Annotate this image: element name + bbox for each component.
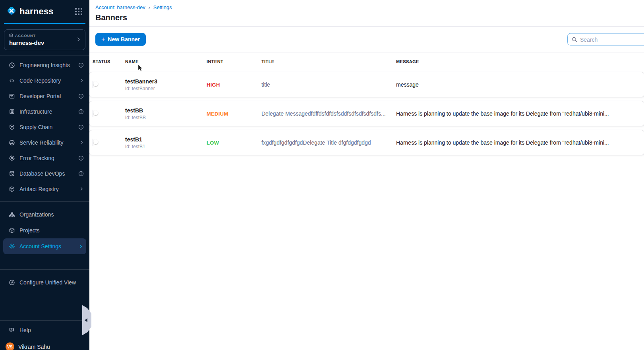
plus-icon: + (101, 36, 105, 43)
toolbar: + New Banner (89, 27, 644, 52)
banner-message: message (396, 81, 644, 88)
sidebar-item-label: Developer Portal (19, 93, 61, 99)
code-icon (9, 77, 15, 84)
banner-id: Id: testBanner (125, 86, 207, 91)
info-icon[interactable] (78, 109, 84, 114)
sidebar-item-label: Account Settings (19, 243, 61, 249)
banner-title: title (261, 81, 396, 88)
chevron-right-icon (79, 140, 84, 145)
banner-message: Harness is planning to update the base i… (396, 110, 644, 117)
sidebar-divider (0, 320, 89, 321)
banner-id: Id: testB1 (125, 144, 207, 149)
info-icon[interactable] (78, 155, 84, 161)
gear-icon (9, 243, 15, 249)
sidebar-item-code-repository[interactable]: Code Repository (0, 73, 89, 88)
column-message: MESSAGE (396, 59, 644, 64)
chevron-right-icon (79, 244, 83, 249)
sidebar-item-label: Configure Unified View (19, 279, 76, 286)
column-status: STATUS (93, 59, 125, 64)
app-grid-icon[interactable] (75, 8, 82, 15)
banner-id: Id: testBB (125, 115, 207, 120)
database-icon (9, 170, 15, 177)
banner-message: Harness is planning to update the base i… (396, 139, 644, 146)
banner-title: fxgdfgdfgdfgdfgdDelegate Title dfgfdgdfg… (261, 139, 396, 146)
sidebar-divider (0, 201, 89, 202)
banner-title: Delegate Messagedfdffdsfdfdsfsddfsdfsdfs… (261, 110, 396, 117)
sidebar-divider (0, 269, 89, 270)
column-title: TITLE (261, 59, 396, 64)
user-profile[interactable]: VS Vikram Sahu (0, 338, 89, 350)
search-input[interactable] (580, 36, 644, 43)
sidebar-item-label: Database DevOps (19, 170, 65, 177)
banner-name: testBB (125, 107, 207, 114)
sidebar-item-account-settings[interactable]: Account Settings (3, 238, 86, 254)
sidebar-item-error-tracking[interactable]: Error Tracking (0, 150, 89, 166)
cube-icon (9, 227, 15, 234)
sidebar-item-organizations[interactable]: Organizations (0, 207, 89, 222)
sidebar-item-database-devops[interactable]: Database DevOps (0, 166, 89, 181)
chevron-left-icon (85, 318, 87, 322)
info-icon[interactable] (78, 124, 84, 130)
help-chat-icon (9, 327, 15, 333)
chevron-right-icon (76, 36, 81, 43)
infrastructure-icon (9, 108, 15, 115)
breadcrumb-settings-link[interactable]: Settings (153, 4, 172, 10)
sidebar-item-service-reliability[interactable]: Service Reliability (0, 135, 89, 150)
info-icon[interactable] (78, 171, 84, 176)
table-row[interactable]: testBB Id: testBB MEDIUM Delegate Messag… (89, 101, 644, 126)
logo-row: harness (4, 0, 85, 24)
new-banner-label: New Banner (108, 36, 140, 43)
status-toggle[interactable] (93, 110, 93, 117)
status-toggle[interactable] (93, 81, 93, 88)
sidebar: harness ACCOUNT harness-dev Engineering … (0, 0, 89, 350)
table-row[interactable]: testB1 Id: testB1 LOW fxgdfgdfgdfgdfgdDe… (89, 130, 644, 155)
flowchart-icon (9, 93, 15, 99)
sidebar-nav: Engineering Insights Code Repository Dev… (0, 55, 89, 197)
sidebar-item-supply-chain[interactable]: Supply Chain (0, 119, 89, 135)
sidebar-item-label: Infrastructure (19, 108, 52, 115)
account-name: harness-dev (9, 39, 75, 46)
sidebar-item-engineering-insights[interactable]: Engineering Insights (0, 57, 89, 73)
avatar: VS (6, 342, 14, 350)
sidebar-item-label: Projects (19, 227, 40, 234)
sidebar-item-label: Code Repository (19, 77, 61, 84)
breadcrumb-account-link[interactable]: Account: harness-dev (95, 4, 145, 10)
sidebar-secondary-nav: Organizations Projects Account Settings (0, 207, 89, 254)
page-title: Banners (95, 13, 644, 22)
column-intent: INTENT (207, 59, 261, 64)
table-row[interactable]: testBanner3 Id: testBanner HIGH title me… (89, 72, 644, 97)
org-chart-icon (9, 211, 15, 218)
sidebar-item-help[interactable]: Help (0, 322, 89, 338)
search-box (567, 33, 644, 46)
new-banner-button[interactable]: + New Banner (95, 33, 146, 46)
intent-badge: LOW (207, 140, 261, 146)
gauge-icon (9, 139, 15, 146)
logo-wordmark: harness (19, 6, 54, 17)
sidebar-item-label: Error Tracking (19, 155, 54, 161)
wrench-circle-icon (9, 279, 15, 286)
layers-icon (9, 33, 13, 38)
column-name: NAME (125, 59, 207, 64)
sidebar-item-label: Engineering Insights (19, 62, 70, 68)
harness-logo-icon (6, 6, 17, 17)
sidebar-item-artifact-registry[interactable]: Artifact Registry (0, 181, 89, 197)
sidebar-item-label: Supply Chain (19, 124, 52, 130)
info-icon[interactable] (78, 93, 84, 99)
sidebar-item-projects[interactable]: Projects (0, 222, 89, 238)
target-icon (9, 155, 15, 161)
table-header: STATUS NAME INTENT TITLE MESSAGE (89, 52, 644, 71)
shield-icon (9, 124, 15, 130)
sidebar-item-label: Organizations (19, 211, 54, 218)
account-selector[interactable]: ACCOUNT harness-dev (4, 29, 85, 50)
status-toggle[interactable] (93, 139, 93, 146)
banner-name: testB1 (125, 136, 207, 143)
package-icon (9, 186, 15, 192)
sidebar-item-label: Service Reliability (19, 139, 63, 146)
page-header: Account: harness-dev › Settings Banners (89, 0, 644, 27)
info-icon[interactable] (78, 62, 84, 68)
intent-badge: HIGH (207, 82, 261, 88)
sidebar-item-developer-portal[interactable]: Developer Portal (0, 88, 89, 104)
sidebar-item-configure-unified-view[interactable]: Configure Unified View (0, 275, 89, 290)
sidebar-item-label: Artifact Registry (19, 186, 59, 192)
sidebar-item-infrastructure[interactable]: Infrastructure (0, 104, 89, 119)
